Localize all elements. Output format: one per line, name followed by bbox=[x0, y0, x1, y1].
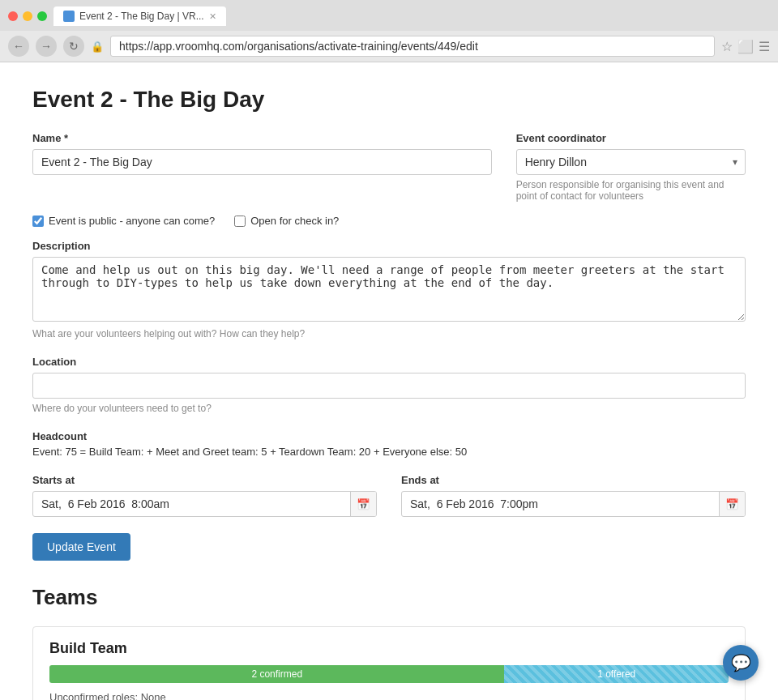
bar-confirmed: 2 confirmed bbox=[49, 665, 504, 683]
name-coordinator-row: Name * Event coordinator Henry Dillon ▾ … bbox=[32, 132, 746, 202]
page-title: Event 2 - The Big Day bbox=[32, 87, 746, 113]
browser-chrome: Event 2 - The Big Day | VR... ✕ ← → ↻ 🔒 … bbox=[0, 0, 778, 62]
location-hint: Where do your volunteers need to get to? bbox=[32, 403, 746, 414]
tab-close-icon[interactable]: ✕ bbox=[209, 11, 216, 22]
update-event-button[interactable]: Update Event bbox=[32, 533, 130, 561]
coordinator-label: Event coordinator bbox=[516, 132, 746, 144]
ends-at-calendar-button[interactable]: 📅 bbox=[719, 492, 745, 516]
name-label: Name * bbox=[32, 132, 492, 144]
headcount-label: Headcount bbox=[32, 430, 746, 442]
description-hint: What are your volunteers helping out wit… bbox=[32, 328, 746, 339]
location-label: Location bbox=[32, 356, 746, 368]
coordinator-select-wrapper: Henry Dillon ▾ bbox=[516, 149, 746, 175]
menu-icon[interactable]: ☰ bbox=[759, 39, 770, 54]
name-input[interactable] bbox=[32, 149, 492, 175]
team-progress-bar: 2 confirmed1 offered bbox=[49, 665, 729, 683]
starts-at-calendar-button[interactable]: 📅 bbox=[350, 492, 376, 516]
ssl-lock-icon: 🔒 bbox=[91, 41, 104, 53]
address-bar-input[interactable] bbox=[110, 36, 715, 57]
tab-favicon-icon bbox=[63, 11, 75, 22]
bookmark-icon[interactable]: ☆ bbox=[721, 39, 733, 54]
starts-at-input-wrap: 📅 bbox=[32, 491, 377, 517]
teams-section: Teams Build Team2 confirmed1 offered Unc… bbox=[32, 585, 746, 700]
description-section: Description Come and help us out on this… bbox=[32, 240, 746, 339]
ends-at-input-wrap: 📅 bbox=[401, 491, 746, 517]
browser-actions: ☆ ⬜ ☰ bbox=[721, 39, 770, 54]
ends-at-col: Ends at 📅 bbox=[401, 474, 746, 517]
open-checkin-checkbox[interactable] bbox=[234, 216, 246, 227]
team-card: Build Team2 confirmed1 offered Unconfirm… bbox=[32, 626, 746, 700]
browser-titlebar: Event 2 - The Big Day | VR... ✕ bbox=[0, 0, 778, 31]
bar-offered: 1 offered bbox=[504, 665, 729, 683]
location-input[interactable] bbox=[32, 373, 746, 399]
datetime-row: Starts at 📅 Ends at 📅 bbox=[32, 474, 746, 517]
tab-label: Event 2 - The Big Day | VR... bbox=[79, 11, 204, 22]
starts-at-input[interactable] bbox=[32, 491, 377, 517]
browser-addressbar: ← → ↻ 🔒 ☆ ⬜ ☰ bbox=[0, 31, 778, 62]
starts-at-col: Starts at 📅 bbox=[32, 474, 377, 517]
team-name: Build Team bbox=[49, 640, 729, 657]
teams-container: Build Team2 confirmed1 offered Unconfirm… bbox=[32, 626, 746, 700]
traffic-lights bbox=[8, 11, 47, 21]
description-input[interactable]: Come and help us out on this big day. We… bbox=[32, 257, 746, 322]
forward-button[interactable]: → bbox=[36, 36, 57, 57]
minimize-window-button[interactable] bbox=[23, 11, 32, 21]
maximize-window-button[interactable] bbox=[37, 11, 47, 21]
open-checkin-label: Open for check in? bbox=[250, 215, 339, 227]
ends-at-label: Ends at bbox=[401, 474, 746, 486]
coordinator-hint: Person responsible for organising this e… bbox=[516, 179, 746, 202]
headcount-value: Event: 75 = Build Team: + Meet and Greet… bbox=[32, 446, 746, 458]
extensions-icon[interactable]: ⬜ bbox=[737, 39, 754, 54]
starts-at-label: Starts at bbox=[32, 474, 377, 486]
event-public-checkbox-label[interactable]: Event is public - anyone can come? bbox=[32, 215, 215, 227]
back-button[interactable]: ← bbox=[8, 36, 29, 57]
page-content: Event 2 - The Big Day Name * Event coord… bbox=[0, 62, 778, 700]
ends-at-input[interactable] bbox=[401, 491, 746, 517]
location-section: Location Where do your volunteers need t… bbox=[32, 356, 746, 414]
chat-icon: 💬 bbox=[731, 653, 751, 672]
open-checkin-checkbox-label[interactable]: Open for check in? bbox=[234, 215, 339, 227]
event-public-checkbox[interactable] bbox=[32, 216, 44, 227]
headcount-section: Headcount Event: 75 = Build Team: + Meet… bbox=[32, 430, 746, 458]
coordinator-select[interactable]: Henry Dillon bbox=[516, 149, 746, 175]
event-public-label: Event is public - anyone can come? bbox=[49, 215, 215, 227]
name-field-group: Name * bbox=[32, 132, 492, 202]
chat-button[interactable]: 💬 bbox=[723, 645, 759, 681]
checkbox-row: Event is public - anyone can come? Open … bbox=[32, 215, 746, 227]
refresh-button[interactable]: ↻ bbox=[63, 36, 84, 57]
browser-tab[interactable]: Event 2 - The Big Day | VR... ✕ bbox=[53, 6, 226, 26]
description-label: Description bbox=[32, 240, 746, 252]
coordinator-field-group: Event coordinator Henry Dillon ▾ Person … bbox=[516, 132, 746, 202]
teams-title: Teams bbox=[32, 585, 746, 610]
close-window-button[interactable] bbox=[8, 11, 18, 21]
unconfirmed-roles: Unconfirmed roles: None bbox=[49, 691, 729, 700]
unconfirmed-none: None bbox=[141, 691, 166, 700]
